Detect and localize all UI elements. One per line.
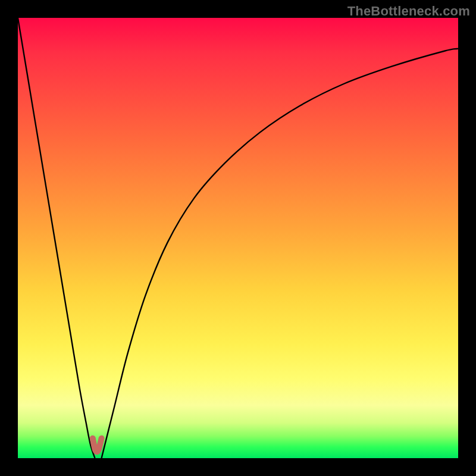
gradient-plot-area	[18, 18, 458, 458]
minimum-nub-icon	[93, 439, 102, 452]
curve-right-branch	[102, 49, 458, 458]
watermark-text: TheBottleneck.com	[347, 4, 470, 19]
chart-frame: TheBottleneck.com	[0, 0, 476, 476]
curve-layer	[18, 18, 458, 458]
curve-left-branch	[18, 18, 95, 458]
